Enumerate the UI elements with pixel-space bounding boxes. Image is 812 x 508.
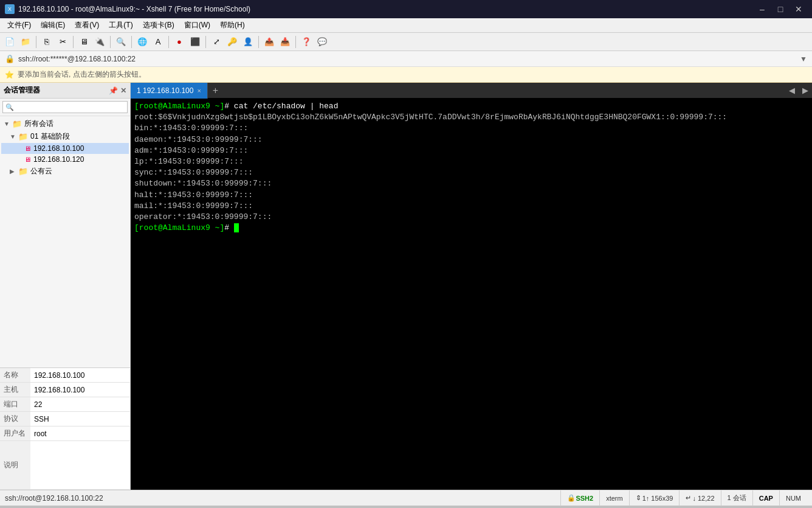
info-row-protocol: 协议 SSH bbox=[0, 412, 130, 426]
sidebar-close-icon[interactable]: ✕ bbox=[120, 86, 126, 95]
toolbar: 📄 📁 ⎘ ✂ 🖥 🔌 🔍 🌐 A ● ⬛ ⤢ 🔑 👤 📤 📥 ❓ 💬 bbox=[0, 33, 812, 51]
toolbar-transfer[interactable]: 📤 bbox=[262, 35, 277, 49]
toolbar-expand[interactable]: ⤢ bbox=[209, 35, 224, 49]
ssh-arrow[interactable]: ▼ bbox=[800, 55, 807, 63]
session-info: 名称 192.168.10.100 主机 192.168.10.100 端口 2… bbox=[0, 367, 130, 490]
toolbar-connect[interactable]: 🖥 bbox=[77, 35, 91, 49]
toolbar-key[interactable]: 🔑 bbox=[225, 35, 239, 49]
status-sessions: 1 会话 bbox=[721, 490, 752, 506]
info-val-note bbox=[30, 441, 130, 490]
info-text: 要添加当前会话, 点击左侧的箭头按钮。 bbox=[18, 69, 146, 80]
menu-tabs[interactable]: 选项卡(B) bbox=[138, 18, 179, 32]
window-controls: – □ ✕ bbox=[754, 2, 807, 16]
terminal-line: halt:*:19453:0:99999:7::: bbox=[134, 190, 808, 201]
menu-file[interactable]: 文件(F) bbox=[2, 18, 36, 32]
toolbar-help[interactable]: ❓ bbox=[299, 35, 314, 49]
close-button[interactable]: ✕ bbox=[790, 2, 807, 16]
window-title: 192.168.10.100 - root@AlmaLinux9:~ - Xsh… bbox=[18, 5, 250, 13]
tab-close-button[interactable]: × bbox=[197, 87, 201, 94]
maximize-button[interactable]: □ bbox=[772, 2, 789, 16]
terminal-tab-1[interactable]: 1 192.168.10.100 × bbox=[131, 83, 208, 99]
title-bar: X 192.168.10.100 - root@AlmaLinux9:~ - X… bbox=[0, 0, 812, 18]
status-shield-icon: 🔒 bbox=[567, 494, 576, 502]
info-key-protocol: 协议 bbox=[0, 412, 30, 426]
tree-item-group1[interactable]: ▼ 📁 01 基础阶段 bbox=[1, 130, 129, 143]
info-key-note: 说明 bbox=[0, 441, 30, 490]
status-cursor-pos: ↵ ↓ 12,22 bbox=[679, 490, 720, 506]
folder-icon: 📁 bbox=[12, 119, 22, 128]
minimize-button[interactable]: – bbox=[754, 2, 771, 16]
tab-scroll-right[interactable]: ▶ bbox=[799, 86, 812, 95]
menu-window[interactable]: 窗口(W) bbox=[179, 18, 215, 32]
info-row-username: 用户名 root bbox=[0, 426, 130, 441]
info-val-host: 192.168.10.100 bbox=[30, 383, 130, 397]
toggle-icon: ▼ bbox=[10, 133, 18, 140]
sidebar-tree: ▼ 📁 所有会话 ▼ 📁 01 基础阶段 🖥 192.168.10.100 🖥 … bbox=[0, 116, 130, 367]
tree-label-cloud: 公有云 bbox=[30, 166, 52, 176]
terminal-cursor bbox=[234, 223, 239, 232]
terminal-line: daemon:*:19453:0:99999:7::: bbox=[134, 134, 808, 145]
tab-scroll-left[interactable]: ◀ bbox=[785, 86, 799, 95]
session-info-table: 名称 192.168.10.100 主机 192.168.10.100 端口 2… bbox=[0, 368, 130, 490]
toolbar-download[interactable]: 📥 bbox=[278, 35, 292, 49]
info-row-name: 名称 192.168.10.100 bbox=[0, 368, 130, 383]
status-segments: 🔒 SSH2 xterm ⇕ 1↑ 156x39 ↵ ↓ 12,22 1 会话 … bbox=[560, 490, 807, 506]
toolbar-disconnect[interactable]: 🔌 bbox=[92, 35, 107, 49]
terminal-line: mail:*:19453:0:99999:7::: bbox=[134, 201, 808, 212]
info-key-port: 端口 bbox=[0, 397, 30, 412]
menu-edit[interactable]: 编辑(E) bbox=[36, 18, 70, 32]
session-icon-100: 🖥 bbox=[24, 145, 31, 152]
menu-view[interactable]: 查看(V) bbox=[70, 18, 104, 32]
info-row-host: 主机 192.168.10.100 bbox=[0, 383, 130, 397]
toolbar-globe[interactable]: 🌐 bbox=[135, 35, 150, 49]
toolbar-user[interactable]: 👤 bbox=[241, 35, 255, 49]
toolbar-font[interactable]: A bbox=[151, 35, 165, 49]
sidebar-search-input[interactable] bbox=[2, 101, 128, 113]
terminal-container: 1 192.168.10.100 × + ◀ ▶ [root@AlmaLinux… bbox=[131, 83, 812, 490]
cursor-icon: ↵ bbox=[686, 494, 691, 502]
status-xterm: xterm bbox=[599, 490, 629, 506]
info-key-name: 名称 bbox=[0, 368, 30, 383]
title-bar-left: X 192.168.10.100 - root@AlmaLinux9:~ - X… bbox=[5, 4, 250, 14]
toolbar-cut[interactable]: ✂ bbox=[55, 35, 70, 49]
tree-label-group1: 01 基础阶段 bbox=[30, 131, 70, 142]
app-icon: X bbox=[5, 4, 15, 14]
info-key-host: 主机 bbox=[0, 383, 30, 397]
ssh-address: ssh://root:******@192.168.10.100:22 bbox=[18, 55, 136, 63]
toolbar-open[interactable]: 📁 bbox=[18, 35, 33, 49]
tab-bar: 1 192.168.10.100 × + ◀ ▶ bbox=[131, 83, 812, 99]
toolbar-sep2 bbox=[73, 36, 74, 48]
tree-label-all: 所有会话 bbox=[24, 119, 53, 129]
menu-help[interactable]: 帮助(H) bbox=[215, 18, 250, 32]
info-val-protocol: SSH bbox=[30, 412, 130, 426]
info-icon: ⭐ bbox=[5, 71, 14, 79]
sidebar-pin-icon[interactable]: 📌 bbox=[109, 86, 118, 95]
tree-item-all-sessions[interactable]: ▼ 📁 所有会话 bbox=[1, 117, 129, 130]
status-ssh-path: ssh://root@192.168.10.100:22 bbox=[5, 494, 560, 503]
tab-label: 1 192.168.10.100 bbox=[137, 86, 193, 95]
terminal-line: bin:*:19453:0:99999:7::: bbox=[134, 123, 808, 134]
terminal-output[interactable]: [root@AlmaLinux9 ~]# cat /etc/shadow | h… bbox=[131, 99, 812, 490]
tree-item-session-100[interactable]: 🖥 192.168.10.100 bbox=[1, 143, 129, 154]
ssh-bar: 🔒 ssh://root:******@192.168.10.100:22 ▼ bbox=[0, 51, 812, 67]
tree-item-cloud[interactable]: ▶ 📁 公有云 bbox=[1, 165, 129, 178]
sidebar-title: 会话管理器 bbox=[4, 85, 40, 96]
toolbar-copy[interactable]: ⎘ bbox=[40, 35, 54, 49]
status-bar: ssh://root@192.168.10.100:22 🔒 SSH2 xter… bbox=[0, 490, 812, 506]
toolbar-sep7 bbox=[258, 36, 259, 48]
toolbar-record[interactable]: ⬛ bbox=[188, 35, 202, 49]
menu-tools[interactable]: 工具(T) bbox=[104, 18, 137, 32]
toolbar-red[interactable]: ● bbox=[172, 35, 187, 49]
tab-scroll-arrows: ◀ ▶ bbox=[785, 86, 812, 95]
toolbar-find[interactable]: 🔍 bbox=[114, 35, 128, 49]
terminal-line: operator:*:19453:0:99999:7::: bbox=[134, 212, 808, 223]
toolbar-info[interactable]: 💬 bbox=[315, 35, 329, 49]
toolbar-sep1 bbox=[36, 36, 36, 48]
lock-icon: 🔒 bbox=[5, 54, 15, 63]
tab-add-button[interactable]: + bbox=[208, 85, 223, 96]
resize-icon: ⇕ bbox=[636, 494, 641, 502]
tree-item-session-120[interactable]: 🖥 192.168.10.120 bbox=[1, 154, 129, 165]
toolbar-new[interactable]: 📄 bbox=[2, 35, 17, 49]
info-val-username: root bbox=[30, 426, 130, 441]
terminal-line: root:$6$VnkjudnXzg8wtjsb$p1LBOyxbCi3ohZ6… bbox=[134, 112, 808, 123]
